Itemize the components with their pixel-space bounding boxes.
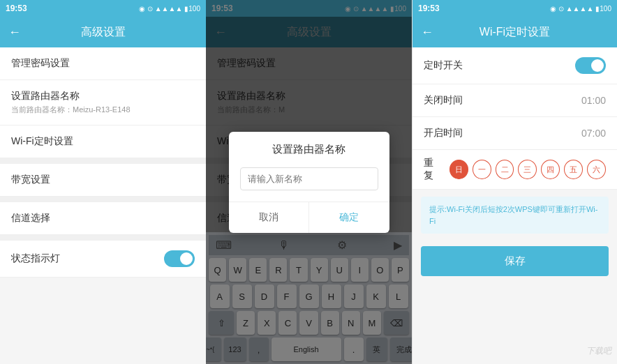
menu-item-wifi-timer[interactable]: Wi-Fi定时设置 (0, 126, 206, 158)
dialog-cancel-button[interactable]: 取消 (229, 202, 310, 233)
status-icons-3: ◉ ⊙ ▲▲▲▲ ▮100 (550, 5, 611, 13)
divider-3 (0, 235, 206, 241)
menu-item-channel[interactable]: 信道选择 (0, 202, 206, 235)
menu-item-bandwidth[interactable]: 带宽设置 (0, 164, 206, 197)
signal-icon-3: ◉ (550, 5, 556, 13)
status-icons-1: ◉ ⊙ ▲▲▲▲ ▮100 (139, 5, 200, 13)
signal-icon: ◉ (139, 5, 145, 13)
off-time-label: 关闭时间 (424, 94, 463, 107)
router-name-dialog: 设置路由器名称 取消 确定 (229, 132, 389, 233)
divider-2 (0, 197, 206, 202)
battery-icon-3: ▮100 (595, 5, 611, 13)
day-wed[interactable]: 三 (518, 160, 537, 179)
menu-item-led[interactable]: 状态指示灯 (0, 241, 206, 278)
status-bar-1: 19:53 ◉ ⊙ ▲▲▲▲ ▮100 (0, 0, 206, 17)
menu-content-1: 管理密码设置 设置路由器名称 当前路由器名称：Meizu-R13-E148 Wi… (0, 47, 206, 364)
day-sun[interactable]: 日 (449, 160, 468, 179)
on-time-value: 07:00 (581, 128, 606, 139)
network-icon: ▲▲▲▲ (155, 5, 183, 13)
status-bar-3: 19:53 ◉ ⊙ ▲▲▲▲ ▮100 (412, 0, 617, 17)
battery-icon: ▮100 (184, 5, 200, 13)
on-time-row[interactable]: 开启时间 07:00 (412, 117, 617, 150)
day-sat[interactable]: 六 (587, 160, 606, 179)
router-name-input[interactable] (240, 167, 378, 190)
top-bar-1: ← 高级设置 (0, 17, 206, 47)
day-fri[interactable]: 五 (564, 160, 583, 179)
panel-advanced-settings: 19:53 ◉ ⊙ ▲▲▲▲ ▮100 ← 高级设置 管理密码设置 设置路由器名… (0, 0, 206, 364)
timer-toggle-label: 定时开关 (424, 59, 463, 72)
off-time-value: 01:00 (581, 95, 606, 106)
wifi-tip: 提示:Wi-Fi关闭后短按2次WPS键即可重新打开Wi-Fi (421, 197, 609, 234)
menu-item-router-name[interactable]: 设置路由器名称 当前路由器名称：Meizu-R13-E148 (0, 80, 206, 126)
save-button[interactable]: 保存 (421, 246, 609, 276)
time-1: 19:53 (6, 3, 27, 13)
timer-toggle-row[interactable]: 定时开关 (412, 47, 617, 84)
dialog-title: 设置路由器名称 (229, 132, 389, 167)
page-title-3: Wi-Fi定时设置 (480, 25, 550, 40)
wifi-timer-content: 定时开关 关闭时间 01:00 开启时间 07:00 重复 日 一 二 三 四 … (412, 47, 617, 364)
top-bar-3: ← Wi-Fi定时设置 (412, 17, 617, 47)
off-time-row[interactable]: 关闭时间 01:00 (412, 84, 617, 117)
page-title-1: 高级设置 (81, 25, 126, 40)
back-button-1[interactable]: ← (8, 25, 21, 40)
dialog-buttons: 取消 确定 (229, 202, 389, 233)
divider-1 (0, 158, 206, 164)
menu-item-password[interactable]: 管理密码设置 (0, 47, 206, 80)
network-icon-3: ▲▲▲▲ (566, 5, 594, 13)
timer-toggle-switch[interactable] (575, 57, 606, 74)
wifi-icon-3: ⊙ (558, 5, 564, 13)
repeat-label: 重复 (424, 157, 443, 182)
repeat-row: 重复 日 一 二 三 四 五 六 (412, 150, 617, 190)
wifi-icon: ⊙ (147, 5, 153, 13)
panel-advanced-settings-dialog: 19:53 ◉ ⊙ ▲▲▲▲ ▮100 ← 高级设置 管理密码设置 设置路由器名… (206, 0, 412, 364)
day-mon[interactable]: 一 (473, 160, 491, 179)
watermark: 下载吧 (586, 345, 611, 357)
day-thu[interactable]: 四 (541, 160, 560, 179)
dialog-confirm-button[interactable]: 确定 (309, 202, 389, 233)
led-toggle[interactable] (164, 250, 195, 267)
dialog-overlay: 设置路由器名称 取消 确定 (206, 0, 412, 364)
time-3: 19:53 (418, 3, 440, 13)
back-button-3[interactable]: ← (421, 25, 433, 40)
panel-wifi-timer: 19:53 ◉ ⊙ ▲▲▲▲ ▮100 ← Wi-Fi定时设置 定时开关 关闭时… (412, 0, 617, 364)
on-time-label: 开启时间 (424, 127, 463, 139)
day-tue[interactable]: 二 (496, 160, 514, 179)
